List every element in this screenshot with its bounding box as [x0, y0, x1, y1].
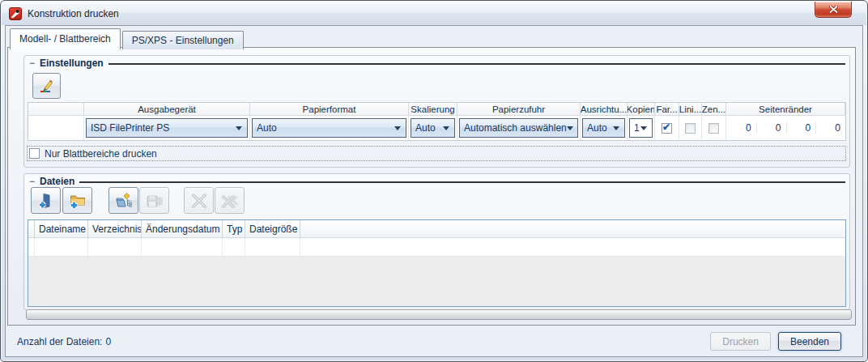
files-column-aenderungsdatum[interactable]: Änderungsdatum: [142, 220, 223, 237]
files-group: − Dateien: [23, 173, 850, 310]
horizontal-scrollbar[interactable]: [26, 309, 852, 320]
files-empty-row: [28, 238, 845, 257]
chevron-down-icon: [640, 126, 647, 130]
load-file-list-icon: [115, 192, 133, 210]
close-icon: [829, 6, 838, 13]
copies-cell: 1: [628, 116, 655, 140]
edit-settings-button[interactable]: [32, 73, 61, 99]
files-count-value: 0: [105, 336, 111, 347]
print-settings-table: Ausgabegerät Papierformat Skalierung Pap…: [28, 102, 846, 141]
column-header-papierformat: Papierformat: [250, 103, 409, 116]
files-column-filler: [300, 220, 845, 237]
save-file-list-button[interactable]: [139, 187, 169, 214]
files-count-status: Anzahl der Dateien: 0: [17, 336, 111, 347]
files-count-label: Anzahl der Dateien:: [17, 336, 102, 347]
sheet-areas-only-label: Nur Blattbereiche drucken: [45, 148, 157, 160]
cell: [28, 238, 35, 256]
collapse-toggle-icon[interactable]: −: [29, 176, 35, 187]
files-column-typ[interactable]: Typ: [223, 220, 245, 237]
column-header-ausgabegeraet: Ausgabegerät: [84, 103, 250, 116]
output-device-cell: ISD FilePrinter PS: [84, 116, 250, 140]
collapse-toggle-icon[interactable]: −: [29, 57, 35, 69]
scaling-value: Auto: [415, 122, 436, 134]
files-column-dateigroesse[interactable]: Dateigröße: [245, 220, 300, 237]
app-icon: [9, 7, 22, 20]
remove-all-files-button[interactable]: [215, 187, 245, 214]
close-button[interactable]: [815, 2, 852, 18]
scaling-cell: Auto: [409, 116, 457, 140]
settings-group: − Einstellungen: [23, 55, 850, 168]
lines-cell: [679, 116, 702, 140]
orientation-select[interactable]: Auto: [582, 118, 625, 138]
color-cell: [655, 116, 679, 140]
load-file-list-button[interactable]: [108, 187, 138, 214]
files-list-header: Dateiname Verzeichnis Änderungsdatum Typ…: [28, 220, 845, 238]
copies-select[interactable]: 1: [629, 118, 653, 138]
files-list-background: [28, 257, 845, 306]
quit-button[interactable]: Beenden: [778, 332, 841, 351]
print-button[interactable]: Drucken: [710, 332, 771, 351]
chevron-down-icon: [567, 126, 573, 130]
lines-checkbox[interactable]: [685, 123, 696, 134]
output-device-value: ISD FilePrinter PS: [91, 122, 169, 134]
remove-all-files-icon: [221, 192, 239, 210]
caption-rule: [108, 63, 845, 65]
files-group-title: Dateien: [40, 176, 74, 187]
column-header-zentriert: Zen...: [702, 103, 726, 116]
dialog-client-area: Modell- / Blattbereich PS/XPS - Einstell…: [5, 25, 863, 357]
tab-modell-blattbereich[interactable]: Modell- / Blattbereich: [10, 28, 121, 49]
column-header-seitenraender: Seitenränder: [726, 103, 845, 116]
column-header-ausrichtung: Ausrichtu...: [581, 103, 628, 116]
margin-top-field[interactable]: 0: [756, 122, 786, 134]
add-file-button[interactable]: [31, 187, 61, 214]
cell: [223, 238, 245, 256]
tab-label: PS/XPS - Einstellungen: [132, 35, 234, 46]
files-list: Dateiname Verzeichnis Änderungsdatum Typ…: [28, 219, 846, 307]
centered-checkbox[interactable]: [708, 123, 719, 134]
tab-page-modell-blattbereich: − Einstellungen: [7, 47, 856, 326]
add-folder-icon: [69, 192, 87, 210]
files-column-dateiname[interactable]: Dateiname: [35, 220, 88, 237]
column-header-farbe: Far...: [655, 103, 679, 116]
output-device-select[interactable]: ISD FilePrinter PS: [86, 118, 248, 138]
chevron-down-icon: [443, 126, 449, 130]
copies-value: 1: [634, 122, 640, 134]
settings-group-caption: − Einstellungen: [29, 57, 845, 69]
sheet-areas-only-checkbox[interactable]: [29, 148, 40, 159]
margin-bottom-field[interactable]: 0: [815, 122, 845, 134]
chevron-down-icon: [394, 126, 401, 130]
paper-feed-value: Automatisch auswählen: [464, 122, 567, 134]
tab-ps-xps-einstellungen[interactable]: PS/XPS - Einstellungen: [122, 31, 244, 49]
paper-format-value: Auto: [257, 122, 277, 134]
paper-format-cell: Auto: [250, 116, 409, 140]
chevron-down-icon: [236, 126, 242, 130]
sheet-areas-only-row: Nur Blattbereiche drucken: [27, 146, 846, 161]
column-header-rowselector: [28, 103, 84, 116]
row-selector-cell: [28, 116, 84, 140]
margin-left-field[interactable]: 0: [726, 122, 756, 134]
print-button-label: Drucken: [722, 336, 759, 347]
column-header-papierzufuhr: Papierzufuhr: [457, 103, 581, 116]
scaling-select[interactable]: Auto: [411, 118, 455, 138]
paper-feed-cell: Automatisch auswählen: [457, 116, 581, 140]
margin-right-field[interactable]: 0: [786, 122, 816, 134]
cell: [35, 238, 88, 256]
color-checkbox[interactable]: [662, 123, 672, 134]
add-folder-button[interactable]: [62, 187, 92, 214]
centered-cell: [702, 116, 726, 140]
window-title: Konstruktion drucken: [28, 8, 119, 19]
footer-bar: Anzahl der Dateien: 0 Drucken Beenden: [7, 326, 856, 356]
files-column-verzeichnis[interactable]: Verzeichnis: [88, 220, 142, 237]
cell: [245, 238, 300, 256]
paper-feed-select[interactable]: Automatisch auswählen: [459, 118, 578, 138]
settings-group-title: Einstellungen: [40, 57, 104, 69]
title-bar: Konstruktion drucken: [2, 2, 866, 25]
column-header-skalierung: Skalierung: [409, 103, 457, 116]
cell: [88, 238, 142, 256]
remove-file-button[interactable]: [184, 187, 214, 214]
paper-format-select[interactable]: Auto: [252, 118, 406, 138]
quit-button-label: Beenden: [790, 336, 829, 347]
tab-label: Modell- / Blattbereich: [19, 33, 111, 45]
remove-file-icon: [190, 192, 208, 210]
column-header-linien: Lini...: [679, 103, 702, 116]
